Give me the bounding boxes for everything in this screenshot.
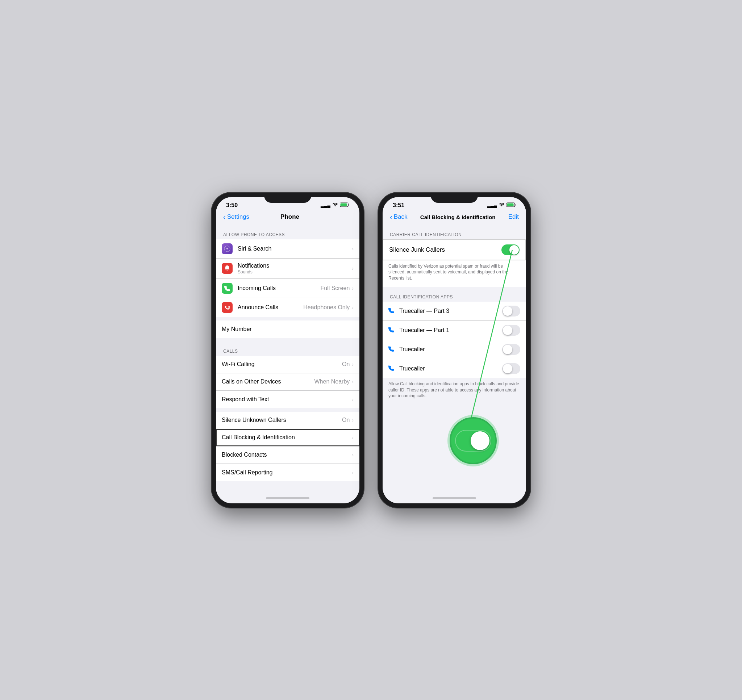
nav-bar: ‹ Settings Phone <box>216 211 359 225</box>
toggle-zoom-circle <box>450 417 497 464</box>
my-number-list: My Number <box>216 321 359 338</box>
call-blocking-label: Call Blocking & Identification <box>222 434 352 441</box>
truecaller-part3-toggle[interactable] <box>502 306 520 316</box>
toggle-knob <box>509 245 519 254</box>
truecaller-part3-phone-icon <box>389 307 394 315</box>
truecaller-part3-label: Truecaller — Part 3 <box>399 308 502 314</box>
my-number-label: My Number <box>222 326 353 332</box>
truecaller-part1-content: Truecaller — Part 1 <box>399 327 502 334</box>
right-phone-wrapper: 3:51 ▂▃▄ ‹ Back Call Blocking & Identifi… <box>378 193 530 508</box>
silence-junk-callers-item[interactable]: Silence Junk Callers <box>383 240 526 260</box>
toggle-zoom-overlay <box>450 417 497 464</box>
truecaller2-label: Truecaller <box>399 365 502 372</box>
siri-icon <box>222 243 233 254</box>
blocked-contacts-item[interactable]: Blocked Contacts › <box>216 447 359 464</box>
blocked-contacts-content: Blocked Contacts <box>222 451 352 458</box>
truecaller-toggle[interactable] <box>502 344 520 355</box>
toggle-zoom-knob <box>471 431 489 450</box>
announce-calls-chevron-icon: › <box>352 304 353 310</box>
sms-call-reporting-item[interactable]: SMS/Call Reporting › <box>216 464 359 481</box>
screen-content: ALLOW PHONE TO ACCESS Siri & Search › <box>216 225 359 493</box>
right-nav-edit-button[interactable]: Edit <box>508 213 519 221</box>
right-wifi-icon <box>499 203 505 208</box>
my-number-item[interactable]: My Number <box>216 321 359 338</box>
incoming-calls-content: Incoming Calls <box>238 285 320 291</box>
truecaller-part1-toggle[interactable] <box>502 325 520 336</box>
truecaller2-toggle[interactable] <box>502 363 520 374</box>
incoming-calls-chevron-icon: › <box>352 285 353 291</box>
right-home-indicator <box>383 493 526 503</box>
truecaller2-content: Truecaller <box>399 365 502 372</box>
right-battery-icon <box>506 203 516 208</box>
toggle-knob-tc2 <box>503 364 512 374</box>
announce-calls-icon <box>222 302 233 313</box>
home-indicator <box>216 493 359 503</box>
incoming-calls-value: Full Screen <box>320 285 350 291</box>
truecaller-part1-phone-icon <box>389 326 394 334</box>
incoming-calls-item[interactable]: Incoming Calls Full Screen › <box>216 279 359 298</box>
toggle-knob-tc <box>503 345 512 354</box>
call-blocking-item[interactable]: Call Blocking & Identification › <box>216 429 359 447</box>
status-time: 3:50 <box>226 202 238 209</box>
truecaller-part1-item[interactable]: Truecaller — Part 1 <box>383 321 526 340</box>
truecaller-part3-item[interactable]: Truecaller — Part 3 <box>383 301 526 321</box>
wifi-calling-content: Wi-Fi Calling <box>222 361 342 368</box>
siri-search-content: Siri & Search <box>238 246 352 252</box>
right-back-chevron-icon: ‹ <box>390 213 392 221</box>
silence-unknown-chevron-icon: › <box>352 417 353 423</box>
wifi-calling-label: Wi-Fi Calling <box>222 361 342 368</box>
silence-junk-toggle[interactable] <box>501 244 520 255</box>
toggle-zoom-inner <box>455 430 491 451</box>
svg-rect-7 <box>507 203 514 206</box>
announce-calls-content: Announce Calls <box>238 304 303 311</box>
right-notch <box>431 193 478 203</box>
respond-text-chevron-icon: › <box>352 397 353 402</box>
notifications-item[interactable]: Notifications Sounds › <box>216 259 359 279</box>
left-phone: 3:50 ▂▃▄ ‹ Settings Phone ALLOW <box>212 193 364 508</box>
wifi-calling-chevron-icon: › <box>352 362 353 367</box>
right-nav-back-label[interactable]: Back <box>394 213 408 221</box>
right-nav-bar: ‹ Back Call Blocking & Identification Ed… <box>383 211 526 225</box>
silence-unknown-value: On <box>342 417 350 424</box>
nav-back-button[interactable]: ‹ Settings <box>223 213 249 221</box>
notifications-content: Notifications Sounds <box>238 263 352 275</box>
announce-calls-item[interactable]: Announce Calls Headphones Only › <box>216 298 359 317</box>
svg-rect-2 <box>340 203 347 206</box>
wifi-calling-item[interactable]: Wi-Fi Calling On › <box>216 356 359 374</box>
truecaller-content: Truecaller <box>399 346 502 353</box>
truecaller-item[interactable]: Truecaller <box>383 340 526 359</box>
silence-unknown-content: Silence Unknown Callers <box>222 417 342 424</box>
respond-text-item[interactable]: Respond with Text › <box>216 391 359 408</box>
section-allow-header: ALLOW PHONE TO ACCESS <box>216 225 359 240</box>
right-nav-back-button[interactable]: ‹ Back <box>390 213 407 221</box>
announce-calls-value: Headphones Only <box>303 304 350 311</box>
left-phone-screen: 3:50 ▂▃▄ ‹ Settings Phone ALLOW <box>216 197 359 503</box>
nav-back-label[interactable]: Settings <box>227 213 249 221</box>
siri-search-item[interactable]: Siri & Search › <box>216 240 359 259</box>
call-blocking-content: Call Blocking & Identification <box>222 434 352 441</box>
battery-icon <box>340 203 349 208</box>
carrier-section-header: CARRIER CALL IDENTIFICATION <box>383 225 526 240</box>
right-signal-icon: ▂▃▄ <box>487 203 497 208</box>
wifi-calling-value: On <box>342 361 350 368</box>
calls-other-devices-item[interactable]: Calls on Other Devices When Nearby › <box>216 374 359 391</box>
signal-icon: ▂▃▄ <box>321 203 330 208</box>
truecaller2-item[interactable]: Truecaller <box>383 359 526 378</box>
calls-other-devices-value: When Nearby <box>315 378 350 385</box>
notifications-chevron-icon: › <box>352 265 353 271</box>
apps-description: Allow Call blocking and identification a… <box>383 378 526 405</box>
respond-text-label: Respond with Text <box>222 396 352 403</box>
right-status-time: 3:51 <box>393 202 404 209</box>
right-phone: 3:51 ▂▃▄ ‹ Back Call Blocking & Identifi… <box>378 193 530 508</box>
siri-search-label: Siri & Search <box>238 246 352 252</box>
announce-calls-label: Announce Calls <box>238 304 303 311</box>
calls-list: Wi-Fi Calling On › Calls on Other Device… <box>216 356 359 408</box>
silence-unknown-item[interactable]: Silence Unknown Callers On › <box>216 412 359 429</box>
toggle-knob-1 <box>503 325 512 335</box>
svg-rect-1 <box>349 204 349 206</box>
blocked-contacts-chevron-icon: › <box>352 452 353 458</box>
notch <box>264 193 311 203</box>
truecaller2-phone-icon <box>389 365 394 372</box>
call-blocking-chevron-icon: › <box>352 435 353 440</box>
notifications-sublabel: Sounds <box>238 269 352 275</box>
